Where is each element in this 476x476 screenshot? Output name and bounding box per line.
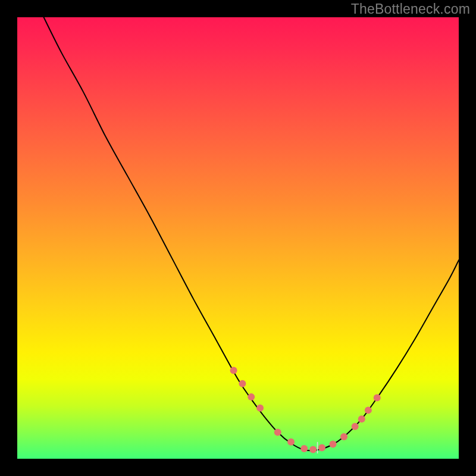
- highlight-dot: [374, 394, 381, 402]
- highlight-dot: [340, 433, 347, 440]
- curve-svg: [17, 17, 459, 459]
- bottleneck-curve: [44, 17, 459, 450]
- highlight-dot: [230, 367, 237, 374]
- highlight-dot: [352, 423, 359, 430]
- highlight-dot: [309, 446, 317, 453]
- highlight-dot: [358, 415, 365, 422]
- highlight-dot: [239, 380, 246, 387]
- highlight-dot: [287, 439, 295, 446]
- watermark-text: TheBottleneck.com: [351, 1, 470, 17]
- highlight-dot: [300, 445, 308, 452]
- highlight-dot: [274, 428, 281, 436]
- highlight-dot: [318, 444, 325, 451]
- highlight-dot: [330, 441, 337, 448]
- chart-container: TheBottleneck.com: [0, 0, 476, 476]
- highlight-dot: [248, 393, 255, 400]
- plot-area: [17, 17, 459, 459]
- highlight-dot: [256, 405, 264, 412]
- highlight-dot: [365, 406, 372, 414]
